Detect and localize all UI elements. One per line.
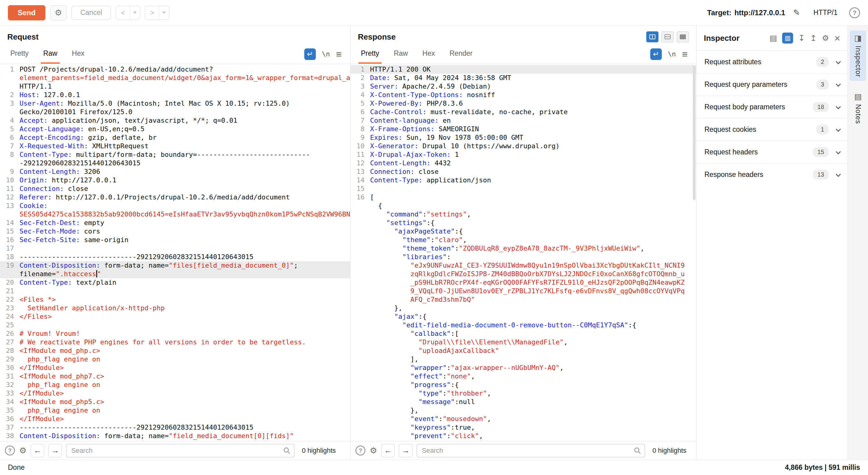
code-line[interactable]: 29 php_flag engine on [0, 355, 350, 363]
code-line[interactable]: 1HTTP/1.1 200 OK [350, 65, 696, 74]
history-forward-dropdown[interactable] [159, 6, 169, 20]
code-text[interactable]: Content-Length: 4432 [370, 159, 696, 167]
inspector-section-request-cookies[interactable]: Request cookies1 [696, 118, 847, 141]
layout-columns-button[interactable] [646, 31, 658, 42]
history-forward-button[interactable]: > [145, 6, 159, 20]
code-text[interactable]: Accept-Language: en-US,en;q=0.5 [20, 125, 350, 133]
code-line[interactable]: 5Accept-Language: en-US,en;q=0.5 [0, 125, 350, 133]
code-line[interactable]: 33</IfModule> [0, 389, 350, 398]
code-line[interactable]: 31<IfModule mod_php7.c> [0, 372, 350, 381]
inspector-view-list-button[interactable]: ▤ [770, 34, 777, 42]
code-text[interactable]: Date: Sat, 04 May 2024 18:36:58 GMT [370, 74, 696, 82]
code-text[interactable]: </IfModule> [20, 415, 350, 423]
inspector-settings-button[interactable]: ⚙ [822, 34, 829, 42]
response-search-input[interactable] [416, 444, 645, 457]
code-text[interactable]: <IfModule mod_php7.c> [20, 372, 350, 381]
edit-target-icon[interactable]: ✎ [793, 8, 800, 18]
scrollbar[interactable] [693, 66, 695, 439]
inspector-close-button[interactable]: × [834, 33, 840, 43]
history-back-dropdown[interactable] [130, 6, 140, 20]
code-line[interactable]: 23 SetHandler application/x-httpd-php [0, 304, 350, 312]
search-next-button[interactable]: → [399, 444, 412, 457]
help-icon[interactable]: ? [849, 7, 860, 18]
word-wrap-toggle-button[interactable]: ↵ [650, 49, 662, 60]
tab-raw[interactable]: Raw [41, 44, 60, 64]
code-line[interactable]: 24</Files> [0, 312, 350, 321]
code-line[interactable]: 10Origin: http://127.0.0.1 [0, 176, 350, 185]
code-text[interactable]: Accept: application/json, text/javascrip… [20, 116, 350, 125]
code-text[interactable]: -----------------------------29212920602… [20, 423, 350, 432]
code-line[interactable]: 2Host: 127.0.0.1 [0, 91, 350, 99]
code-line[interactable]: 5X-Powered-By: PHP/8.3.6 [350, 99, 696, 108]
code-text[interactable]: Server: Apache/2.4.59 (Debian) [370, 82, 696, 91]
code-text[interactable]: Host: 127.0.0.1 [20, 91, 350, 99]
send-settings-button[interactable]: ⚙ [50, 5, 67, 21]
code-line[interactable]: 1POST /Projects/drupal-10.2.6/media/add/… [0, 65, 350, 91]
send-button[interactable]: Send [8, 5, 45, 21]
request-editor[interactable]: 1POST /Projects/drupal-10.2.6/media/add/… [0, 64, 350, 441]
search-help-icon[interactable]: ? [5, 445, 15, 455]
code-text[interactable]: php_flag engine on [20, 355, 350, 363]
inspector-section-response-headers[interactable]: Response headers13 [696, 163, 847, 186]
code-text[interactable] [370, 185, 696, 193]
code-line[interactable]: 15 [350, 185, 696, 193]
code-text[interactable]: X-Drupal-Ajax-Token: 1 [370, 150, 696, 159]
code-line[interactable]: 8X-Frame-Options: SAMEORIGIN [350, 125, 696, 133]
code-text[interactable]: Content-Disposition: form-data; name="fi… [20, 261, 350, 278]
search-help-icon[interactable]: ? [355, 445, 366, 455]
layout-rows-button[interactable] [661, 31, 674, 42]
tab-raw[interactable]: Raw [391, 44, 410, 64]
code-text[interactable]: Accept-Encoding: gzip, deflate, br [20, 133, 350, 142]
code-text[interactable]: </IfModule> [20, 389, 350, 398]
code-text[interactable]: Content-Disposition: form-data; name="fi… [20, 432, 350, 440]
show-newlines-button[interactable]: \n [322, 50, 330, 58]
inspector-section-request-body-parameters[interactable]: Request body parameters18 [696, 96, 847, 118]
code-line[interactable]: 32 php_flag engine on [0, 381, 350, 389]
code-text[interactable]: php_flag engine on [20, 381, 350, 389]
code-line[interactable]: 20Content-Type: text/plain [0, 278, 350, 287]
code-line[interactable]: 4Accept: application/json, text/javascri… [0, 116, 350, 125]
code-line[interactable]: 7X-Requested-With: XMLHttpRequest [0, 142, 350, 150]
code-line[interactable]: 11Connection: close [0, 185, 350, 193]
code-text[interactable]: </Files> [20, 312, 350, 321]
code-text[interactable]: X-Frame-Options: SAMEORIGIN [370, 125, 696, 133]
code-text[interactable]: # Vroum! Vroum! [20, 329, 350, 338]
code-text[interactable]: </IfModule> [20, 363, 350, 372]
request-search-input[interactable] [66, 444, 294, 457]
code-text[interactable]: <Files *> [20, 295, 350, 304]
code-text[interactable]: Referer: http://127.0.0.1/Projects/drupa… [20, 193, 350, 201]
code-text[interactable]: Sec-Fetch-Dest: empty [20, 219, 350, 227]
code-text[interactable]: Connection: close [20, 185, 350, 193]
code-text[interactable]: -----------------------------29212920602… [20, 253, 350, 261]
code-line[interactable]: 12Referer: http://127.0.0.1/Projects/dru… [0, 193, 350, 201]
code-text[interactable]: HTTP/1.1 200 OK [370, 65, 696, 74]
sidebar-tab-inspector[interactable]: ◨ Inspector [850, 30, 866, 81]
sidebar-tab-notes[interactable]: ▤ Notes [850, 89, 866, 128]
code-text[interactable]: Sec-Fetch-Mode: cors [20, 227, 350, 236]
http-version-selector[interactable]: HTTP/1 [813, 8, 838, 17]
code-line[interactable]: 25 [0, 321, 350, 329]
code-line[interactable]: 18-----------------------------292129206… [0, 253, 350, 261]
code-text[interactable] [20, 287, 350, 295]
tab-hex[interactable]: Hex [69, 44, 87, 64]
code-line[interactable]: 14Content-Type: application/json [350, 176, 696, 185]
code-line[interactable]: 22<Files *> [0, 295, 350, 304]
layout-single-button[interactable] [677, 31, 689, 42]
tab-pretty[interactable]: Pretty [359, 44, 382, 64]
code-text[interactable]: POST /Projects/drupal-10.2.6/media/add/d… [20, 65, 350, 91]
search-prev-button[interactable]: ← [381, 444, 395, 457]
code-line[interactable]: 3Server: Apache/2.4.59 (Debian) [350, 82, 696, 91]
code-line[interactable]: 8Content-Type: multipart/form-data; boun… [0, 150, 350, 167]
code-text[interactable]: php_flag engine on [20, 406, 350, 415]
code-text[interactable]: X-Requested-With: XMLHttpRequest [20, 142, 350, 150]
inspector-section-request-query-parameters[interactable]: Request query parameters3 [696, 73, 847, 96]
code-line[interactable]: 36</IfModule> [0, 415, 350, 423]
code-text[interactable]: X-Powered-By: PHP/8.3.6 [370, 99, 696, 108]
code-text[interactable]: Content-Length: 3206 [20, 167, 350, 176]
code-line[interactable]: 38Content-Disposition: form-data; name="… [0, 432, 350, 440]
code-text[interactable] [20, 321, 350, 329]
code-text[interactable]: <IfModule mod_php5.c> [20, 398, 350, 406]
code-line[interactable]: 11X-Drupal-Ajax-Token: 1 [350, 150, 696, 159]
code-line[interactable]: 35 php_flag engine on [0, 406, 350, 415]
code-line[interactable]: 7Content-language: en [350, 116, 696, 125]
